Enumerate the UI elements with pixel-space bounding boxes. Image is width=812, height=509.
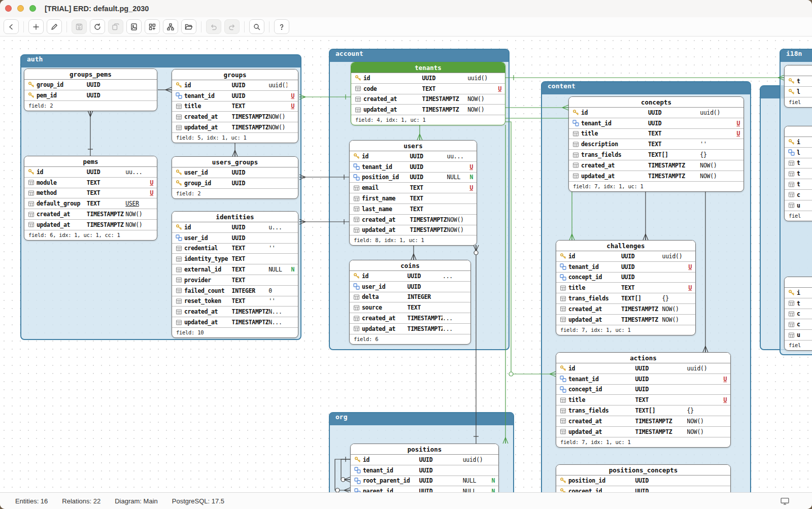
field-row-tenant_id[interactable]: tenant_idUUIDU — [569, 118, 743, 129]
field-row-method[interactable]: methodTEXTU — [24, 188, 157, 199]
table-title[interactable]: concepts — [569, 97, 743, 108]
table-concepts[interactable]: conceptsidUUIDuuid()tenant_idUUIDUtitleT… — [568, 96, 744, 192]
field-row-created_at[interactable]: created_atTIMESTAMPTZNOW() — [351, 94, 505, 105]
field-row-tenant_id[interactable]: tenant_idUUIDU — [350, 162, 477, 173]
table-title[interactable]: positions_concepts — [556, 465, 730, 476]
table-title[interactable]: challenges — [556, 241, 695, 251]
table-pems[interactable]: pemsidUUIDuu...moduleTEXTUmethodTEXTUdef… — [24, 156, 157, 241]
field-row-t[interactable]: t — [785, 298, 812, 309]
field-row-id[interactable]: idUUIDuuid() — [556, 251, 695, 262]
field-row-title[interactable]: titleTEXTU — [556, 283, 695, 293]
table-coins[interactable]: coinsidUUID...user_idUUIDdeltaINTEGERsou… — [349, 260, 471, 345]
field-row-i[interactable]: i — [785, 288, 812, 298]
field-row-updated_at[interactable]: updated_atTIMESTAMPTZNOW() — [24, 220, 157, 230]
minimize-window-button[interactable] — [17, 5, 24, 12]
field-row-trans_fields[interactable]: trans_fieldsTEXT[]{} — [556, 405, 730, 416]
table-title[interactable] — [785, 277, 812, 288]
field-row-title[interactable]: titleTEXTU — [556, 395, 730, 405]
export-image-button[interactable] — [126, 19, 142, 34]
field-row-c[interactable]: c — [785, 319, 812, 330]
field-row-created_at[interactable]: created_atTIMESTAMPTZNOW() — [556, 416, 730, 427]
field-row-i[interactable]: i — [785, 137, 812, 148]
field-row-description[interactable]: descriptionTEXT'' — [569, 139, 743, 150]
field-row-delta[interactable]: deltaINTEGER — [350, 292, 470, 303]
table-title[interactable]: identities — [172, 212, 298, 222]
field-row-updated_at[interactable]: updated_atTIMESTAMPTZN... — [172, 317, 298, 328]
search-button[interactable] — [249, 19, 264, 34]
field-row-pem_id[interactable]: pem_idUUID — [24, 90, 157, 101]
field-row-id[interactable]: idUUIDuuid() — [172, 80, 298, 91]
table-i18n_table_2[interactable]: iltttcufiel — [784, 126, 812, 221]
table-title[interactable]: groups — [172, 70, 298, 80]
undo-button[interactable] — [206, 19, 221, 34]
field-row-u[interactable]: u — [785, 330, 812, 341]
back-button[interactable] — [4, 19, 19, 34]
field-row-created_at[interactable]: created_atTIMESTAMPTZNOW() — [569, 160, 743, 171]
table-title[interactable]: groups_pems — [24, 69, 157, 80]
field-row-tenant_id[interactable]: tenant_idUUIDU — [172, 91, 298, 101]
field-row-tenant_id[interactable]: tenant_idUUIDU — [556, 262, 695, 273]
table-title[interactable]: users — [350, 141, 477, 151]
field-row-email[interactable]: emailTEXTU — [350, 183, 477, 193]
field-row-last_name[interactable]: last_nameTEXT — [350, 204, 477, 215]
schema-group-header[interactable]: i18n — [781, 50, 812, 62]
table-groups_pems[interactable]: groups_pemsgroup_idUUIDpem_idUUIDfield: … — [24, 69, 157, 111]
field-row-updated_at[interactable]: updated_atTIMESTAMPTZNOW() — [569, 171, 743, 182]
copy-button[interactable] — [108, 19, 123, 34]
field-row-updated_at[interactable]: updated_atTIMESTAMPTZNOW() — [350, 225, 477, 236]
field-row-position_id[interactable]: position_idUUIDNULLN — [350, 173, 477, 183]
table-challenges[interactable]: challengesidUUIDuuid()tenant_idUUIDUconc… — [556, 240, 696, 335]
field-row-group_id[interactable]: group_idUUID — [172, 178, 298, 189]
field-row-updated_at[interactable]: updated_atTIMESTAMPTZNOW() — [556, 315, 695, 325]
table-title[interactable]: positions — [351, 444, 498, 455]
field-row-created_at[interactable]: created_atTIMESTAMPTZNOW() — [350, 215, 477, 225]
field-row-failed_count[interactable]: failed_countINTEGER0 — [172, 286, 298, 296]
field-row-id[interactable]: idUUIDuuid() — [569, 108, 743, 118]
refresh-button[interactable] — [90, 19, 105, 34]
table-i18n_table_1[interactable]: tlfiel — [784, 65, 812, 108]
field-row-tenant_id[interactable]: tenant_idUUID — [351, 465, 498, 476]
field-row-title[interactable]: titleTEXTU — [172, 101, 298, 112]
field-row-identity_type[interactable]: identity_typeTEXT — [172, 254, 298, 264]
open-folder-button[interactable] — [181, 19, 196, 34]
field-row-updated_at[interactable]: updated_atTIMESTAMPTZNOW() — [172, 122, 298, 133]
field-row-created_at[interactable]: created_atTIMESTAMPTZNOW() — [556, 304, 695, 315]
table-i18n_table_3[interactable]: itccufiel — [784, 277, 812, 351]
diagram-canvas[interactable]: authaccountcontentorgi18ngroups_pemsgrou… — [0, 37, 812, 492]
redo-button[interactable] — [224, 19, 240, 34]
zoom-window-button[interactable] — [29, 5, 36, 12]
field-row-c[interactable]: c — [785, 309, 812, 320]
field-row-trans_fields[interactable]: trans_fieldsTEXT[]{} — [569, 150, 743, 160]
field-row-id[interactable]: idUUIDuuid() — [556, 363, 730, 374]
schema-group-header[interactable]: account — [330, 50, 509, 62]
table-positions_concepts[interactable]: positions_conceptsposition_idUUIDconcept… — [556, 464, 731, 492]
field-row-provider[interactable]: providerTEXT — [172, 275, 298, 286]
field-row-id[interactable]: idUUIDuuid() — [351, 455, 498, 465]
field-row-updated_at[interactable]: updated_atTIMESTAMPTZNOW() — [351, 105, 505, 115]
field-row-updated_at[interactable]: updated_atTIMESTAMPTZNOW() — [556, 427, 730, 437]
field-row-tenant_id[interactable]: tenant_idUUIDU — [556, 374, 730, 385]
field-row-default_group[interactable]: default_groupTEXTUSER — [24, 198, 157, 209]
field-row-code[interactable]: codeTEXTU — [351, 84, 505, 94]
table-title[interactable] — [785, 126, 812, 137]
field-row-updated_at[interactable]: updated_atTIMESTAMPTZ... — [350, 324, 470, 334]
table-positions[interactable]: positionsidUUIDuuid()tenant_idUUIDroot_p… — [350, 444, 499, 492]
field-row-external_id[interactable]: external_idTEXTNULLN — [172, 264, 298, 275]
field-row-t[interactable]: t — [785, 168, 812, 179]
schema-group-header[interactable]: auth — [21, 55, 300, 67]
field-row-created_at[interactable]: created_atTIMESTAMPTZ... — [350, 313, 470, 324]
field-row-id[interactable]: idUUID... — [350, 271, 470, 282]
add-button[interactable] — [28, 19, 44, 34]
field-row-concept_id[interactable]: concept_idUUID — [556, 273, 695, 283]
table-users[interactable]: usersidUUIDuu...tenant_idUUIDUposition_i… — [349, 140, 477, 246]
edit-button[interactable] — [47, 19, 62, 34]
table-title[interactable]: pems — [24, 156, 157, 167]
table-title[interactable] — [785, 65, 812, 76]
field-row-position_id[interactable]: position_idUUID — [556, 476, 730, 486]
field-row-parent_id[interactable]: parent_idUUIDNULLN — [351, 486, 498, 492]
field-row-title[interactable]: titleTEXTU — [569, 129, 743, 140]
field-row-module[interactable]: moduleTEXTU — [24, 178, 157, 188]
field-row-concept_id[interactable]: concept_idUUID — [556, 385, 730, 395]
table-tenants[interactable]: tenantsidUUIDuuid()codeTEXTUcreated_atTI… — [351, 62, 505, 125]
field-row-root_parent_id[interactable]: root_parent_idUUIDNULLN — [351, 476, 498, 487]
